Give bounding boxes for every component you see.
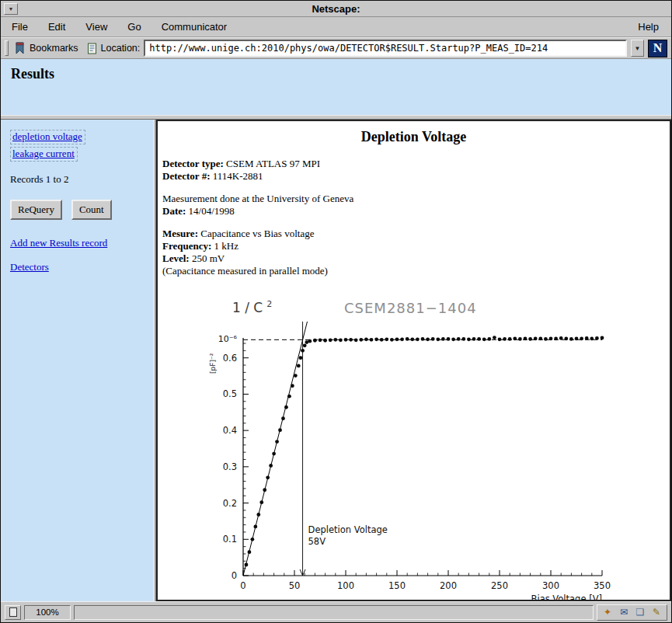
level-label: Level: <box>162 252 190 264</box>
svg-text:0.4: 0.4 <box>223 425 237 436</box>
sidebar-item-leakage-current-box: leakage current <box>10 147 78 162</box>
sidebar-item-depletion-voltage-box: depletion voltage <box>10 130 85 144</box>
svg-text:350: 350 <box>594 580 611 591</box>
measure-settings-block: Mesure: Capacitance vs Bias voltage Freq… <box>162 228 667 277</box>
measurement-place-text: Maesurement done at the University of Ge… <box>162 193 667 205</box>
svg-text:300: 300 <box>542 580 559 591</box>
mesure-value: Capacitance vs Bias voltage <box>200 228 314 239</box>
main-frameset: depletion voltage leakage current Record… <box>1 120 671 601</box>
navigator-icon[interactable]: ✦ <box>601 606 615 619</box>
netscape-logo-letter: N <box>653 41 663 55</box>
inbox-icon[interactable]: ✉ <box>617 606 631 619</box>
svg-text:Depletion Voltage: Depletion Voltage <box>308 524 388 535</box>
progress-indicator: 100% <box>24 605 71 620</box>
menu-file[interactable]: File <box>12 21 28 33</box>
detector-type-value: CSEM ATLAS 97 MPI <box>226 158 320 169</box>
menu-go[interactable]: Go <box>127 21 141 33</box>
svg-text:CSEM2881−1404: CSEM2881−1404 <box>344 300 477 316</box>
frequency-value: 1 kHz <box>214 240 239 252</box>
svg-text:250: 250 <box>491 580 508 591</box>
sidebar-link-leakage-current[interactable]: leakage current <box>12 148 75 159</box>
url-field-frame <box>144 40 627 57</box>
add-results-record-link[interactable]: Add new Results record <box>10 237 107 249</box>
url-history-dropdown[interactable]: ▼ <box>631 40 644 57</box>
component-bar-grip[interactable] <box>5 605 21 620</box>
cv-chart: 1 / C2CSEM2881−1404[pF]⁻²10⁻⁶05010015020… <box>192 291 618 601</box>
menu-view[interactable]: View <box>85 21 107 33</box>
detector-info-block: Detector type: CSEM ATLAS 97 MPI Detecto… <box>162 158 667 183</box>
count-button[interactable]: Count <box>71 200 112 220</box>
location-label: Location: <box>101 43 141 54</box>
location-toolbar: Bookmarks Location: ▼ N <box>1 37 671 59</box>
url-input[interactable] <box>149 43 624 54</box>
discussions-icon[interactable]: ❏ <box>633 606 647 619</box>
netscape-logo[interactable]: N <box>648 40 667 57</box>
measurement-info-block: Maesurement done at the University of Ge… <box>162 193 667 218</box>
bookmarks-label[interactable]: Bookmarks <box>30 43 78 54</box>
svg-text:1 / C2: 1 / C2 <box>232 299 272 315</box>
records-count-text: Records 1 to 2 <box>10 173 144 186</box>
date-value: 14/04/1998 <box>189 205 235 217</box>
location-proxy-icon[interactable] <box>87 43 97 54</box>
menu-edit[interactable]: Edit <box>48 21 65 33</box>
svg-text:50: 50 <box>289 580 301 591</box>
svg-text:150: 150 <box>388 580 406 591</box>
svg-text:[pF]⁻²: [pF]⁻² <box>209 353 217 374</box>
svg-text:0.3: 0.3 <box>223 461 237 472</box>
window-menu-icon: ▼ <box>9 6 14 12</box>
detector-type-label: Detector type: <box>162 158 224 169</box>
bookmark-icon[interactable] <box>14 42 26 54</box>
status-message-area <box>74 605 594 620</box>
svg-text:0.2: 0.2 <box>223 498 237 509</box>
sidebar-link-depletion-voltage[interactable]: depletion voltage <box>12 131 82 142</box>
frequency-label: Frequency: <box>162 240 211 252</box>
level-value: 250 mV <box>192 252 225 264</box>
menubar: File Edit View Go Communicator Help <box>1 17 671 37</box>
svg-text:0.1: 0.1 <box>223 534 237 545</box>
menu-communicator[interactable]: Communicator <box>162 21 228 33</box>
svg-text:0: 0 <box>232 570 237 581</box>
svg-text:58V: 58V <box>308 536 326 547</box>
requery-button[interactable]: ReQuery <box>10 200 62 220</box>
detectors-link[interactable]: Detectors <box>10 261 49 273</box>
titlebar[interactable]: ▼ Netscape: <box>1 1 671 17</box>
detector-number-label: Detector #: <box>162 170 210 182</box>
chevron-down-icon: ▼ <box>635 45 641 52</box>
cv-chart-container: 1 / C2CSEM2881−1404[pF]⁻²10⁻⁶05010015020… <box>192 291 667 601</box>
toolbar-grip[interactable] <box>5 40 9 56</box>
netscape-window: ▼ Netscape: File Edit View Go Communicat… <box>0 0 672 623</box>
menu-help[interactable]: Help <box>638 21 659 33</box>
mesure-label: Mesure: <box>162 228 198 239</box>
detector-number-value: 1114K-2881 <box>213 170 263 182</box>
content-frame: Depletion Voltage Detector type: CSEM AT… <box>156 120 671 601</box>
composer-icon[interactable]: ✎ <box>649 606 663 619</box>
sidebar-frame: depletion voltage leakage current Record… <box>1 120 153 601</box>
svg-text:0.6: 0.6 <box>223 353 237 364</box>
svg-text:10⁻⁶: 10⁻⁶ <box>218 334 238 344</box>
results-header-frame: Results <box>1 59 671 115</box>
parallel-mode-note: (Capacitance measured in parallel mode) <box>162 265 667 277</box>
window-menu-button[interactable]: ▼ <box>4 3 18 15</box>
svg-text:200: 200 <box>440 580 457 591</box>
page-title: Results <box>11 66 661 82</box>
statusbar: 100% ✦ ✉ ❏ ✎ <box>1 601 671 622</box>
result-title: Depletion Voltage <box>161 129 667 145</box>
svg-text:100: 100 <box>337 580 354 591</box>
component-bar-grip-icon <box>9 607 17 617</box>
svg-text:0.5: 0.5 <box>223 388 237 399</box>
date-label: Date: <box>162 205 186 217</box>
svg-text:Bias Voltage [V]: Bias Voltage [V] <box>531 593 602 601</box>
component-bar: ✦ ✉ ❏ ✎ <box>597 604 667 621</box>
svg-text:0: 0 <box>240 580 245 591</box>
window-title: Netscape: <box>1 3 671 15</box>
